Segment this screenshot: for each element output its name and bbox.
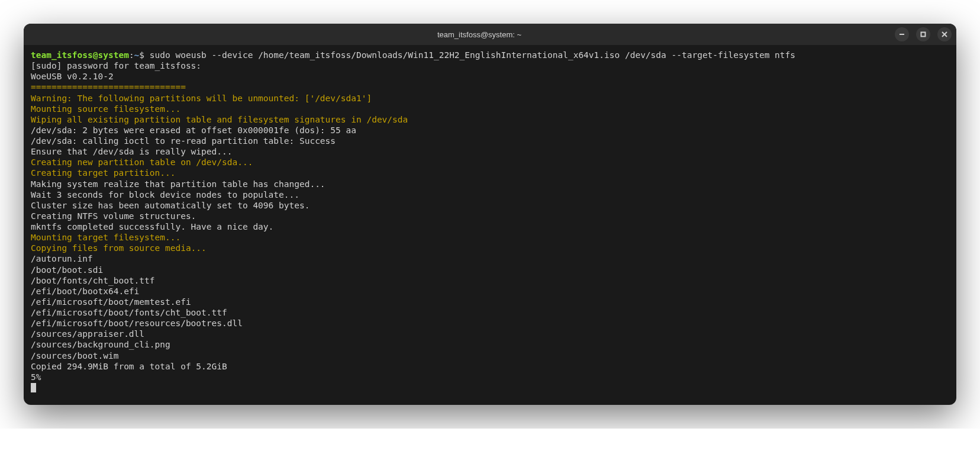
prompt-user-host: team_itsfoss@system <box>31 50 129 60</box>
prompt-separator: : <box>129 50 134 60</box>
output-line: WoeUSB v0.2.10-2 <box>31 71 949 82</box>
output-line: mkntfs completed successfully. Have a ni… <box>31 221 949 232</box>
window-title: team_itsfoss@system: ~ <box>99 30 859 39</box>
file-line: /autorun.inf <box>31 253 949 264</box>
output-line: /dev/sda: calling ioctl to re-read parti… <box>31 136 949 146</box>
output-line: Wait 3 seconds for block device nodes to… <box>31 189 949 200</box>
minimize-button[interactable] <box>895 27 909 41</box>
terminal-content[interactable]: team_itsfoss@system:~$ sudo woeusb --dev… <box>24 45 956 405</box>
file-line: /efi/microsoft/boot/resources/bootres.dl… <box>31 318 949 329</box>
output-line: Copied 294.9MiB from a total of 5.2GiB <box>31 361 949 372</box>
output-status: Mounting target filesystem... <box>31 232 949 243</box>
output-status: Mounting source filesystem... <box>31 104 949 114</box>
output-status: Creating new partition table on /dev/sda… <box>31 157 949 168</box>
output-line: [sudo] password for team_itsfoss: <box>31 60 949 71</box>
cursor-line <box>31 382 949 393</box>
output-line: ============================== <box>31 82 949 92</box>
prompt-line: team_itsfoss@system:~$ sudo woeusb --dev… <box>31 50 949 60</box>
output-status: Creating target partition... <box>31 168 949 178</box>
output-warning: Warning: The following partitions will b… <box>31 93 949 104</box>
file-line: /efi/microsoft/boot/fonts/cht_boot.ttf <box>31 307 949 318</box>
file-line: /efi/microsoft/boot/memtest.efi <box>31 297 949 307</box>
cursor-icon <box>31 383 36 392</box>
output-line: Ensure that /dev/sda is really wiped... <box>31 146 949 157</box>
output-line: Cluster size has been automatically set … <box>31 200 949 211</box>
output-line: Making system realize that partition tab… <box>31 179 949 189</box>
maximize-button[interactable] <box>916 27 930 41</box>
file-line: /sources/appraiser.dll <box>31 329 949 339</box>
output-status: Wiping all existing partition table and … <box>31 114 949 125</box>
hamburger-menu-icon[interactable] <box>877 29 888 40</box>
file-line: /sources/background_cli.png <box>31 339 949 350</box>
close-button[interactable] <box>937 27 952 41</box>
progress-percent: 5% <box>31 372 949 382</box>
prompt-symbol: $ <box>139 50 144 60</box>
titlebar-controls <box>859 27 952 41</box>
output-status: Copying files from source media... <box>31 243 949 253</box>
svg-rect-6 <box>921 33 926 37</box>
file-line: /efi/boot/bootx64.efi <box>31 286 949 297</box>
command-text: sudo woeusb --device /home/team_itsfoss/… <box>150 50 795 60</box>
new-tab-icon[interactable] <box>859 29 870 40</box>
file-line: /sources/boot.wim <box>31 350 949 361</box>
terminal-window: team_itsfoss@system: ~ team_itsfoss@syst… <box>24 24 956 405</box>
output-line: /dev/sda: 2 bytes were erased at offset … <box>31 125 949 136</box>
file-line: /boot/fonts/cht_boot.ttf <box>31 275 949 286</box>
file-line: /boot/boot.sdi <box>31 265 949 275</box>
output-line: Creating NTFS volume structures. <box>31 211 949 221</box>
titlebar: team_itsfoss@system: ~ <box>24 24 956 45</box>
